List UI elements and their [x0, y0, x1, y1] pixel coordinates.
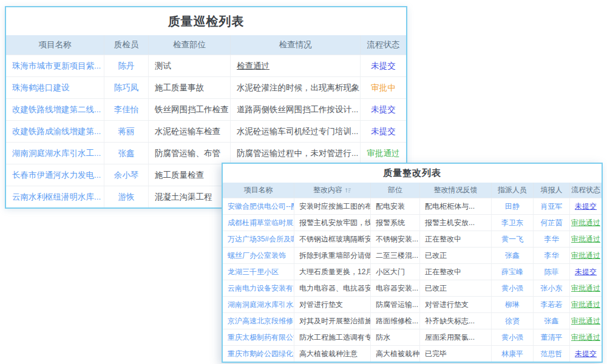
assignee-link[interactable]: 薛宝峰	[501, 267, 523, 277]
status-badge-pending[interactable]: 未提交	[575, 267, 597, 277]
table-row: 珠海鹤港口建设陈巧凤施工质量事故水泥砼灌注的时候，出现离析现象审批中	[6, 76, 406, 98]
cell-status: 审批通过	[570, 215, 602, 231]
project-link[interactable]: 安徽合肥供电公司--配电设备...	[228, 201, 294, 212]
cell-text: 施工质量检查	[155, 170, 204, 181]
status-badge-approved[interactable]: 审批通过	[571, 316, 600, 326]
cell-text: 防腐管运输过程中，未对管进行...	[237, 148, 358, 159]
cell-assignee: 林康平	[492, 346, 534, 362]
project-link[interactable]: 珠海市城市更新项目紫...	[12, 61, 101, 72]
cell-content: 不锈钢边框玻璃隔断安装不牢...	[294, 231, 371, 247]
quality-inspection-header-row: 项目名称质检员检查部位检查情况流程状态	[6, 35, 406, 55]
cell-part: 高大植被栽种	[371, 346, 420, 362]
cell-content: 防水工程施工选调有专业资质...	[294, 329, 371, 345]
cell-text: 防腐管运输...	[376, 300, 418, 310]
cell-status: 审批通过	[570, 280, 602, 296]
cell-text[interactable]: 检查通过	[237, 61, 270, 72]
assignee-link[interactable]: 柳琳	[505, 300, 520, 310]
status-badge-approved[interactable]: 审批通过	[571, 234, 600, 244]
cell-text: 不锈钢边框玻璃隔断安装不牢...	[299, 234, 371, 244]
table-row: 安徽合肥供电公司--配电设备...安装时应按施工图的布置，将...配电安装配电柜…	[223, 198, 602, 214]
cell-inspector: 游恢	[104, 186, 149, 207]
project-link[interactable]: 珠海鹤港口建设	[12, 83, 70, 93]
project-link[interactable]: 万达广场35#会所及咖啡厅空...	[228, 234, 294, 244]
inspector-link[interactable]: 李佳怡	[114, 104, 139, 115]
project-link[interactable]: 京沪高速北京段维修	[228, 316, 293, 326]
cell-project: 湖南洞庭湖水库引水工...	[6, 143, 104, 164]
column-header-content[interactable]: 整改内容	[294, 183, 371, 198]
reporter-link[interactable]: 陈菲	[544, 267, 559, 277]
status-badge-pending[interactable]: 未提交	[575, 201, 597, 212]
cell-status: 审批中	[361, 77, 406, 98]
inspector-link[interactable]: 游恢	[118, 192, 135, 203]
project-link[interactable]: 云南电力设备安装有限公司20...	[228, 283, 294, 294]
project-link[interactable]: 长春市伊通河水力发电...	[12, 170, 101, 181]
status-badge-approved[interactable]: 审批通过	[571, 332, 600, 343]
cell-text: 不锈钢安装...	[376, 234, 418, 244]
assignee-link[interactable]: 徐贤	[505, 316, 520, 326]
inspector-link[interactable]: 张鑫	[118, 148, 135, 159]
assignee-link[interactable]: 田静	[505, 201, 520, 212]
status-badge-approved[interactable]: 审批通过	[571, 251, 600, 261]
assignee-link[interactable]: 林康平	[501, 349, 523, 359]
inspector-link[interactable]: 余小琴	[114, 170, 139, 181]
cell-feedback: 补齐缺失标志...	[420, 313, 492, 329]
cell-reporter: 陈菲	[534, 264, 570, 280]
assignee-link[interactable]: 黄小强	[501, 283, 523, 294]
status-badge-approved[interactable]: 审批通过	[571, 218, 600, 228]
cell-part: 施工质量检查	[149, 164, 231, 186]
project-link[interactable]: 云南水利枢纽潜明水库...	[12, 192, 101, 203]
cell-text: 防腐管运输、布管	[155, 148, 220, 159]
cell-text: 路面维修检...	[376, 316, 418, 326]
assignee-link[interactable]: 黄小强	[501, 332, 523, 343]
project-link[interactable]: 改建铁路线增建第二线...	[12, 104, 101, 115]
assignee-link[interactable]: 黄一飞	[501, 234, 523, 244]
sort-ascending-icon	[345, 187, 351, 194]
reporter-link[interactable]: 李华	[544, 251, 559, 261]
assignee-link[interactable]: 李卫东	[501, 218, 523, 228]
project-link[interactable]: 湖南洞庭湖水库引水工...	[12, 148, 101, 159]
project-link[interactable]: 成都杜甫草堂临时展厅独立展...	[228, 218, 294, 228]
inspector-link[interactable]: 陈巧凤	[114, 83, 139, 93]
cell-feedback: 对管进行垫支	[420, 297, 492, 312]
reporter-link[interactable]: 李若若	[541, 300, 563, 310]
cell-text: 二至三楼混...	[376, 251, 418, 261]
cell-part: 混凝土沟渠工程	[149, 186, 231, 207]
status-badge-approved[interactable]: 审批通过	[571, 300, 600, 310]
reporter-link[interactable]: 范思哲	[541, 349, 563, 359]
cell-feedback: 已完毕	[420, 346, 492, 362]
status-badge-pending[interactable]: 未提交	[575, 349, 597, 359]
reporter-link[interactable]: 张鑫	[544, 316, 559, 326]
assignee-link[interactable]: 张鑫	[505, 251, 520, 261]
reporter-link[interactable]: 何芷茵	[541, 218, 563, 228]
cell-text: 防水	[376, 332, 390, 343]
cell-project: 长春市伊通河水力发电...	[6, 164, 104, 186]
cell-feedback: 屋面采用聚氯...	[420, 329, 492, 345]
inspector-link[interactable]: 蒋丽	[118, 126, 135, 137]
project-link[interactable]: 龙湖三千里小区	[228, 267, 279, 277]
column-header-label: 填报人	[541, 185, 563, 195]
inspector-link[interactable]: 陈丹	[118, 61, 135, 72]
reporter-link[interactable]: 董清平	[541, 332, 563, 343]
status-badge-approved[interactable]: 审批通过	[571, 283, 600, 294]
cell-assignee: 田静	[492, 198, 534, 214]
project-link[interactable]: 湖南洞庭湖水库引水工程施工标	[228, 300, 294, 310]
cell-text: 屋面采用聚氯...	[425, 332, 475, 343]
cell-project: 云南水利枢纽潜明水库...	[6, 186, 104, 207]
status-badge-approved: 审批通过	[367, 148, 400, 159]
cell-status: 未提交	[361, 99, 406, 120]
project-link[interactable]: 重庆太极制药有限公司亳州中...	[228, 332, 294, 343]
project-link[interactable]: 重庆市鹅岭公园绿化景观提升...	[228, 349, 294, 359]
reporter-link[interactable]: 李华	[544, 234, 559, 244]
project-link[interactable]: 改建铁路成渝线增建第...	[12, 126, 101, 137]
cell-text: 报警主机安放...	[425, 218, 475, 228]
cell-text: 配电柜柜体与...	[425, 201, 475, 212]
cell-inspector: 陈巧凤	[104, 77, 149, 98]
table-row: 湖南洞庭湖水库引水工程施工标对管进行垫支防腐管运输...对管进行垫支柳琳李若若审…	[223, 296, 602, 312]
project-link[interactable]: 螺丝厂办公室装饰	[228, 251, 286, 261]
cell-situation: 道路两侧铁丝网围挡工作按设计...	[231, 99, 361, 120]
cell-text: 对管进行垫支	[299, 300, 343, 310]
reporter-link[interactable]: 肖亚军	[541, 201, 563, 212]
reporter-link[interactable]: 张小东	[541, 283, 563, 294]
cell-project: 重庆市鹅岭公园绿化景观提升...	[223, 346, 294, 362]
table-row: 改建铁路线增建第二线...李佳怡铁丝网围挡工作检查道路两侧铁丝网围挡工作按设计.…	[6, 98, 406, 120]
